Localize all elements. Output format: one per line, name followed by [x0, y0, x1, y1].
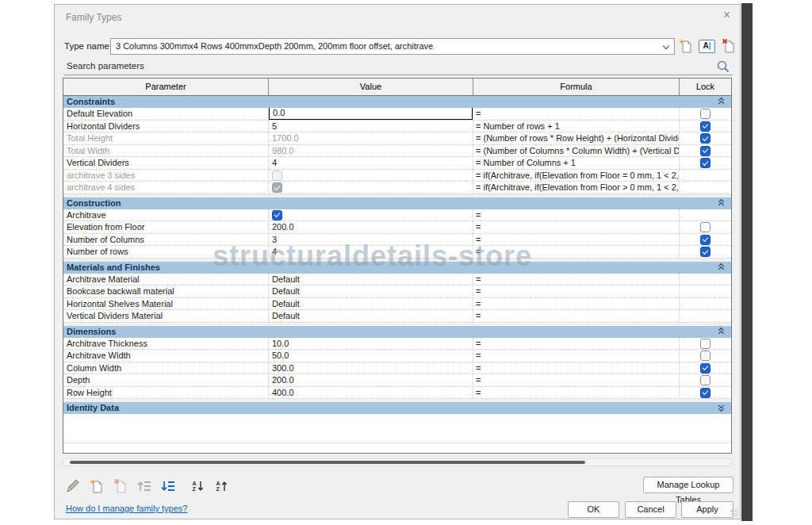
resize-grip-icon[interactable] [730, 509, 738, 517]
formula-cell[interactable]: = [473, 298, 680, 310]
section-header-identity-data[interactable]: Identity Data [63, 402, 731, 414]
formula-cell[interactable]: = [473, 234, 680, 246]
formula-cell[interactable]: = [473, 338, 680, 350]
value-cell[interactable] [269, 170, 473, 182]
new-type-button[interactable] [678, 38, 694, 54]
value-cell[interactable]: 400.0 [269, 387, 473, 399]
value-cell[interactable]: Default [269, 310, 473, 322]
checkbox[interactable] [700, 388, 710, 398]
formula-cell[interactable]: = [473, 374, 680, 386]
double-chevron-down-icon[interactable] [718, 404, 725, 412]
delete-parameter-button[interactable] [112, 477, 129, 495]
formula-cell[interactable]: = [473, 221, 680, 233]
value-cell[interactable] [269, 182, 473, 194]
formula-cell[interactable]: = [473, 108, 680, 120]
checkbox[interactable] [700, 247, 710, 257]
value-cell[interactable]: 200.0 [269, 221, 473, 233]
section-header-construction[interactable]: Construction [63, 197, 731, 209]
section-header-materials-and-finishes[interactable]: Materials and Finishes [63, 262, 731, 274]
section-header-constraints[interactable]: Constraints [63, 96, 731, 108]
rename-type-button[interactable]: A| [699, 40, 715, 53]
value-cell[interactable]: Default [269, 285, 473, 297]
value-cell[interactable]: 0.0 [269, 108, 473, 120]
lock-cell[interactable] [680, 221, 731, 233]
lock-cell[interactable] [680, 387, 731, 399]
close-icon[interactable]: × [723, 9, 730, 21]
section-header-dimensions[interactable]: Dimensions [63, 326, 731, 338]
checkbox[interactable] [700, 339, 710, 349]
checkbox[interactable] [700, 121, 710, 132]
checkbox[interactable] [700, 222, 710, 232]
formula-cell[interactable]: = [473, 387, 680, 399]
formula-cell[interactable]: = (Number of rows * Row Height) + (Horiz… [473, 132, 680, 144]
formula-cell[interactable]: = [473, 310, 680, 322]
checkbox[interactable] [700, 109, 710, 119]
checkbox[interactable] [700, 363, 710, 374]
value-cell[interactable]: Default [269, 298, 473, 310]
edit-parameter-button[interactable] [64, 477, 82, 495]
checkbox[interactable] [700, 133, 710, 144]
formula-cell[interactable]: = [473, 350, 680, 362]
value-cell[interactable]: 200.0 [269, 374, 473, 386]
value-cell[interactable]: Default [269, 274, 473, 285]
move-up-button[interactable] [136, 477, 153, 495]
lock-cell[interactable] [680, 374, 731, 386]
checkbox[interactable] [700, 351, 710, 361]
search-parameters-input[interactable]: Search parameters [64, 58, 733, 75]
double-chevron-up-icon[interactable] [718, 328, 725, 336]
value-cell[interactable]: 3 [269, 234, 473, 246]
lock-cell[interactable] [680, 108, 731, 120]
value-cell[interactable]: 5 [269, 121, 473, 132]
double-chevron-up-icon[interactable] [718, 263, 725, 272]
focused-value-editbox[interactable]: 0.0 [269, 108, 473, 120]
checkbox[interactable] [272, 182, 282, 193]
horizontal-scrollbar[interactable] [63, 458, 732, 466]
lock-cell[interactable] [680, 338, 731, 350]
lock-cell[interactable] [680, 234, 731, 246]
formula-cell[interactable]: = if(Architrave, if(Elevation from Floor… [473, 170, 680, 182]
sort-ascending-button[interactable]: AZ [190, 477, 207, 495]
lock-cell[interactable] [680, 121, 731, 132]
double-chevron-up-icon[interactable] [718, 98, 725, 106]
new-parameter-button[interactable] [88, 477, 105, 495]
value-cell[interactable]: 980.0 [269, 145, 473, 157]
formula-cell[interactable]: = [473, 285, 680, 297]
value-cell[interactable]: 4 [269, 157, 473, 169]
formula-cell[interactable]: = [473, 246, 680, 258]
cancel-button[interactable]: Cancel [625, 501, 676, 518]
checkbox[interactable] [700, 375, 710, 385]
formula-cell[interactable]: = if(Architrave, if(Elevation from Floor… [473, 182, 680, 194]
delete-type-button[interactable] [721, 38, 737, 54]
formula-cell[interactable]: = Number of rows + 1 [473, 121, 680, 132]
formula-cell[interactable]: = (Number of Columns * Column Width) + (… [473, 145, 680, 157]
formula-cell[interactable]: = Number of Columns + 1 [473, 157, 680, 169]
apply-button[interactable]: Apply [681, 501, 733, 518]
double-chevron-up-icon[interactable] [718, 199, 725, 208]
lock-cell[interactable] [680, 246, 731, 258]
value-cell[interactable]: 300.0 [269, 362, 473, 374]
sort-descending-button[interactable]: AZ [213, 477, 231, 495]
checkbox[interactable] [272, 210, 282, 220]
lock-cell[interactable] [680, 132, 731, 144]
checkbox[interactable] [700, 146, 710, 156]
lock-cell[interactable] [680, 145, 731, 157]
value-cell[interactable]: 50.0 [269, 350, 473, 362]
lock-cell[interactable] [680, 157, 731, 169]
lock-cell[interactable] [680, 362, 731, 374]
type-name-combobox[interactable]: 3 Columns 300mmx4 Rows 400mmxDepth 200mm… [110, 38, 675, 55]
checkbox[interactable] [700, 235, 710, 245]
checkbox[interactable] [272, 171, 282, 181]
value-cell[interactable]: 1700.0 [269, 132, 473, 144]
help-link[interactable]: How do I manage family types? [66, 504, 187, 513]
ok-button[interactable]: OK [568, 501, 619, 518]
value-cell[interactable] [269, 209, 473, 221]
value-cell[interactable]: 10.0 [269, 338, 473, 350]
formula-cell[interactable]: = [473, 362, 680, 374]
lock-cell[interactable] [680, 350, 731, 362]
move-down-button[interactable] [159, 477, 177, 495]
formula-cell[interactable]: = [473, 209, 680, 221]
formula-cell[interactable]: = [473, 274, 680, 285]
scrollbar-thumb[interactable] [70, 461, 585, 464]
checkbox[interactable] [700, 158, 710, 168]
manage-lookup-tables-button[interactable]: Manage Lookup Tables [643, 477, 733, 493]
